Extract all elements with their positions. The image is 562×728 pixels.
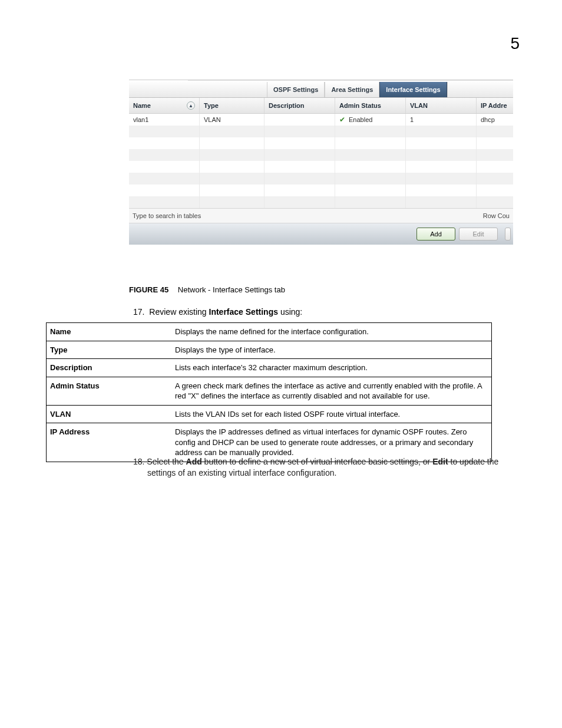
def-val: Lists each interface's 32 character maxi…: [171, 359, 492, 377]
row-count-label: Row Cou: [483, 212, 510, 219]
table-row: [129, 196, 513, 208]
cell-name: vlan1: [129, 114, 200, 126]
table-row: [129, 137, 513, 149]
emphasis: Edit: [432, 457, 448, 466]
page-number: 5: [510, 34, 520, 53]
text: button to define a new set of virtual in…: [202, 457, 432, 466]
table-row: Type Displays the type of interface.: [47, 341, 492, 359]
def-val: Displays the name defined for the interf…: [171, 323, 492, 341]
def-key: Type: [47, 341, 172, 359]
more-button[interactable]: [505, 228, 511, 241]
text: using:: [278, 307, 302, 317]
grid-body: vlan1 VLAN ✔ Enabled 1 dhcp: [129, 114, 513, 208]
table-row: [129, 173, 513, 185]
figure-title: Network - Interface Settings tab: [178, 285, 285, 294]
tab-spacer: [129, 82, 267, 97]
def-key: Description: [47, 359, 172, 377]
cell-ip: dhcp: [477, 114, 513, 126]
table-row: VLAN Lists the VLAN IDs set for each lis…: [47, 405, 492, 423]
figure-caption: FIGURE 45 Network - Interface Settings t…: [129, 285, 285, 294]
step-number: 18.: [133, 457, 144, 466]
tab-area-settings[interactable]: Area Settings: [325, 82, 379, 97]
step-number: 17.: [133, 307, 144, 317]
tab-end: [447, 82, 513, 97]
def-val: Displays the type of interface.: [171, 341, 492, 359]
grid-header: Name ▲ Type Description Admin Status VLA…: [129, 98, 513, 114]
col-header-name-text: Name: [133, 102, 151, 109]
edit-button[interactable]: Edit: [459, 228, 498, 241]
col-header-description[interactable]: Description: [265, 98, 335, 113]
emphasis: Interface Settings: [209, 307, 278, 317]
table-row: [129, 149, 513, 161]
def-val: Lists the VLAN IDs set for each listed O…: [171, 405, 492, 423]
def-key: Name: [47, 323, 172, 341]
col-header-name[interactable]: Name ▲: [129, 98, 200, 113]
action-bar: Add Edit: [129, 223, 513, 245]
tab-ospf-settings[interactable]: OSPF Settings: [267, 82, 325, 97]
interface-settings-panel: OSPF Settings Area Settings Interface Se…: [129, 80, 513, 245]
tab-bar: OSPF Settings Area Settings Interface Se…: [129, 82, 513, 98]
add-button[interactable]: Add: [416, 228, 455, 241]
figure-label: FIGURE 45: [129, 285, 168, 294]
emphasis: Add: [186, 457, 202, 466]
step-18: 18. Select the Add button to define a ne…: [133, 456, 504, 479]
divider: [188, 80, 513, 81]
table-row: Admin Status A green check mark defines …: [47, 377, 492, 405]
col-header-vlan[interactable]: VLAN: [406, 98, 477, 113]
def-key: Admin Status: [47, 377, 172, 405]
search-input-placeholder[interactable]: Type to search in tables: [133, 212, 201, 219]
table-row: [129, 185, 513, 196]
table-row: [129, 161, 513, 173]
grid-footer: Type to search in tables Row Cou: [129, 208, 513, 223]
definitions-table: Name Displays the name defined for the i…: [46, 322, 492, 462]
table-row[interactable]: vlan1 VLAN ✔ Enabled 1 dhcp: [129, 114, 513, 126]
def-val: A green check mark defines the interface…: [171, 377, 492, 405]
tab-interface-settings[interactable]: Interface Settings: [379, 82, 447, 97]
cell-admin-status-text: Enabled: [349, 116, 372, 123]
text: Review existing: [149, 307, 209, 317]
col-header-admin-status[interactable]: Admin Status: [335, 98, 406, 113]
sort-asc-icon[interactable]: ▲: [187, 101, 195, 110]
def-key: VLAN: [47, 405, 172, 423]
text: Select the: [147, 457, 186, 466]
cell-admin-status: ✔ Enabled: [335, 114, 406, 126]
table-row: Name Displays the name defined for the i…: [47, 323, 492, 341]
table-row: [129, 126, 513, 137]
col-header-ip[interactable]: IP Addre: [477, 98, 513, 113]
table-row: Description Lists each interface's 32 ch…: [47, 359, 492, 377]
cell-vlan: 1: [406, 114, 477, 126]
cell-type: VLAN: [200, 114, 265, 126]
cell-description: [265, 114, 335, 126]
check-icon: ✔: [339, 116, 345, 124]
col-header-type[interactable]: Type: [200, 98, 265, 113]
step-17: 17. Review existing Interface Settings u…: [133, 307, 302, 317]
